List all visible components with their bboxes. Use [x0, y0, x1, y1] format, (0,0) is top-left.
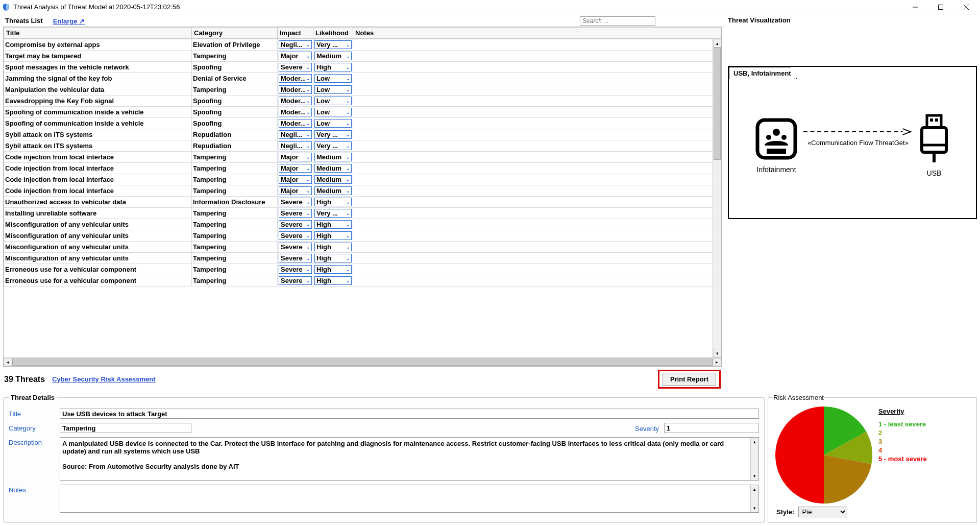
window-minimize-button[interactable] — [903, 1, 927, 13]
likelihood-dropdown[interactable]: High⌄ — [314, 231, 352, 240]
impact-dropdown[interactable]: Major⌄ — [279, 52, 312, 60]
table-row[interactable]: Code injection from local interfaceTampe… — [4, 174, 721, 185]
table-row[interactable]: Sybil attack on ITS systemsRepudiationNe… — [4, 140, 721, 152]
impact-dropdown[interactable]: Severe⌄ — [279, 220, 312, 229]
severity-field[interactable] — [664, 423, 759, 433]
likelihood-dropdown[interactable]: High⌄ — [314, 276, 352, 285]
table-row[interactable]: Code injection from local interfaceTampe… — [4, 163, 721, 174]
impact-dropdown[interactable]: Severe⌄ — [279, 265, 312, 274]
likelihood-dropdown[interactable]: Medium⌄ — [314, 153, 352, 161]
table-row[interactable]: Misconfiguration of any vehicular unitsT… — [4, 230, 721, 242]
likelihood-dropdown[interactable]: Very ...⌄ — [314, 209, 352, 218]
likelihood-dropdown[interactable]: High⌄ — [314, 243, 352, 251]
col-notes[interactable]: Notes — [353, 28, 721, 39]
likelihood-dropdown[interactable]: Low⌄ — [314, 119, 352, 128]
likelihood-dropdown[interactable]: Very ...⌄ — [314, 141, 352, 150]
notes-scrollbar[interactable]: ▴▾ — [750, 485, 758, 512]
table-row[interactable]: Spoofing of communication inside a vehic… — [4, 118, 721, 129]
scroll-right-icon[interactable]: ▸ — [713, 358, 721, 366]
impact-dropdown[interactable]: Severe⌄ — [279, 63, 312, 71]
likelihood-dropdown[interactable]: Medium⌄ — [314, 164, 352, 173]
chevron-down-icon: ⌄ — [305, 76, 310, 81]
risk-assessment-link[interactable]: Cyber Security Risk Assessment — [52, 375, 156, 383]
table-row[interactable]: Installing unreliable softwareTamperingS… — [4, 208, 721, 219]
scroll-down-icon[interactable]: ▾ — [713, 349, 721, 357]
likelihood-dropdown[interactable]: High⌄ — [314, 265, 352, 274]
likelihood-dropdown[interactable]: Low⌄ — [314, 85, 352, 94]
col-category[interactable]: Category — [192, 28, 278, 39]
print-report-button[interactable]: Print Report — [663, 373, 716, 386]
table-row[interactable]: Target may be tamperedTamperingMajor⌄Med… — [4, 51, 721, 62]
impact-dropdown[interactable]: Negli...⌄ — [279, 141, 312, 150]
likelihood-dropdown[interactable]: High⌄ — [314, 198, 352, 206]
description-scrollbar[interactable]: ▴▾ — [750, 438, 758, 480]
impact-dropdown[interactable]: Severe⌄ — [279, 231, 312, 240]
likelihood-dropdown[interactable]: Low⌄ — [314, 74, 352, 83]
table-row[interactable]: Unauthorized access to vehicular dataInf… — [4, 197, 721, 208]
category-field[interactable] — [60, 423, 191, 433]
likelihood-dropdown[interactable]: Low⌄ — [314, 97, 352, 105]
table-row[interactable]: Code injection from local interfaceTampe… — [4, 152, 721, 163]
table-row[interactable]: Spoof messages in the vehicle networkSpo… — [4, 62, 721, 73]
window-maximize-button[interactable] — [929, 1, 952, 13]
impact-dropdown[interactable]: Major⌄ — [279, 175, 312, 184]
table-row[interactable]: Code injection from local interfaceTampe… — [4, 185, 721, 197]
impact-dropdown[interactable]: Severe⌄ — [279, 209, 312, 218]
col-likelihood[interactable]: Likelihood — [313, 28, 353, 39]
table-row[interactable]: Erroneous use for a vehicular componentT… — [4, 264, 721, 275]
table-row[interactable]: Eavesdropping the Key Fob signalSpoofing… — [4, 95, 721, 107]
impact-dropdown[interactable]: Moder...⌄ — [279, 85, 312, 94]
likelihood-dropdown[interactable]: Medium⌄ — [314, 52, 352, 60]
table-row[interactable]: Manipulation the vehicular dataTampering… — [4, 84, 721, 95]
chart-style-select[interactable]: Pie — [798, 507, 847, 517]
impact-dropdown[interactable]: Moder...⌄ — [279, 108, 312, 116]
table-row[interactable]: Erroneous use for a vehicular componentT… — [4, 275, 721, 286]
impact-dropdown[interactable]: Severe⌄ — [279, 276, 312, 285]
cell-title: Misconfiguration of any vehicular units — [4, 230, 192, 242]
col-title[interactable]: Title — [4, 28, 192, 39]
cell-notes — [353, 174, 721, 185]
likelihood-dropdown[interactable]: High⌄ — [314, 63, 352, 71]
likelihood-dropdown[interactable]: Medium⌄ — [314, 186, 352, 195]
impact-dropdown[interactable]: Major⌄ — [279, 164, 312, 173]
title-field[interactable] — [60, 409, 759, 419]
impact-dropdown[interactable]: Moder...⌄ — [279, 97, 312, 105]
impact-dropdown[interactable]: Severe⌄ — [279, 243, 312, 251]
impact-dropdown[interactable]: Major⌄ — [279, 153, 312, 161]
cell-notes — [353, 185, 721, 197]
likelihood-dropdown[interactable]: High⌄ — [314, 220, 352, 229]
table-row[interactable]: Misconfiguration of any vehicular unitsT… — [4, 219, 721, 230]
notes-field[interactable] — [60, 485, 759, 513]
scroll-left-icon[interactable]: ◂ — [4, 358, 12, 366]
svg-rect-1 — [939, 5, 943, 9]
impact-dropdown[interactable]: Moder...⌄ — [279, 119, 312, 128]
likelihood-dropdown[interactable]: Very ...⌄ — [314, 130, 352, 139]
scroll-thumb[interactable] — [714, 47, 721, 160]
scroll-up-icon[interactable]: ▴ — [713, 39, 721, 47]
likelihood-dropdown[interactable]: Very ...⌄ — [314, 40, 352, 49]
table-row[interactable]: Jamming the signal of the key fobDenial … — [4, 73, 721, 84]
table-row[interactable]: Sybil attack on ITS systemsRepudiationNe… — [4, 129, 721, 140]
search-input[interactable] — [580, 16, 655, 26]
chevron-down-icon: ⌄ — [305, 87, 310, 92]
table-row[interactable]: Misconfiguration of any vehicular unitsT… — [4, 253, 721, 264]
table-row[interactable]: Compromise by external appsElevation of … — [4, 39, 721, 51]
likelihood-dropdown[interactable]: Medium⌄ — [314, 175, 352, 184]
impact-dropdown[interactable]: Severe⌄ — [279, 254, 312, 262]
likelihood-dropdown[interactable]: High⌄ — [314, 254, 352, 262]
col-impact[interactable]: Impact — [278, 28, 313, 39]
table-horizontal-scrollbar[interactable]: ◂ ▸ — [4, 357, 721, 366]
impact-dropdown[interactable]: Major⌄ — [279, 186, 312, 195]
hscroll-thumb[interactable] — [12, 358, 713, 366]
impact-dropdown[interactable]: Severe⌄ — [279, 198, 312, 206]
impact-dropdown[interactable]: Moder...⌄ — [279, 74, 312, 83]
table-row[interactable]: Misconfiguration of any vehicular unitsT… — [4, 242, 721, 253]
table-vertical-scrollbar[interactable]: ▴ ▾ — [713, 39, 721, 357]
impact-dropdown[interactable]: Negli...⌄ — [279, 130, 312, 139]
impact-dropdown[interactable]: Negli...⌄ — [279, 40, 312, 49]
enlarge-link[interactable]: Enlarge ↗ — [53, 17, 85, 25]
window-close-button[interactable] — [954, 1, 978, 13]
likelihood-dropdown[interactable]: Low⌄ — [314, 108, 352, 116]
table-row[interactable]: Spoofing of communication inside a vehic… — [4, 107, 721, 118]
description-field[interactable]: A manipulated USB device is connected to… — [60, 437, 759, 481]
